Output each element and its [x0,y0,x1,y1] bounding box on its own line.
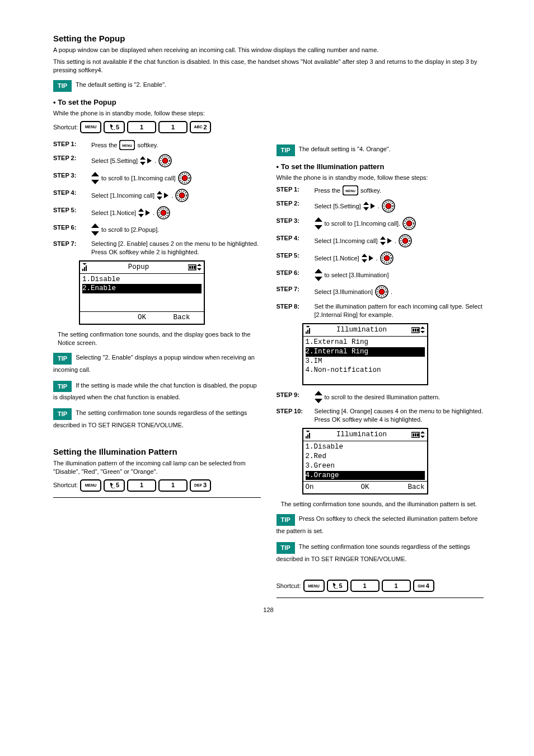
list-item[interactable]: 1.Disable [306,442,425,452]
illum-intro: The illumination pattern of the incoming… [53,459,261,476]
updown-icon [315,269,322,281]
updown-icon [91,223,99,236]
back-button[interactable]: Back [385,483,425,492]
illum-step-9: STEP 9: to scroll to the desired Illumin… [277,391,484,403]
tip-badge: TIP [53,80,72,92]
enter-icon [399,234,412,248]
list-item[interactable]: 2.Enable [82,284,202,293]
updown-play-icon [138,208,151,217]
updown-play-icon [362,254,374,263]
menu-key-icon: MENU [80,121,101,133]
popup-step-6: STEP 6: to scroll to [2.Popup]. [53,223,261,236]
right-column: TIP The default setting is "4. Orange". … [277,139,484,598]
illum-steps-intro: While the phone is in standby mode, foll… [277,174,484,182]
battery-icon [411,431,420,438]
tip-badge: TIP [53,353,72,365]
on-button[interactable]: On [306,483,345,492]
illum-confirm: The setting confirmation tone sounds, an… [281,500,484,508]
menu-key-icon [343,185,358,195]
popup-intro-1: A popup window can be displayed when rec… [53,46,484,54]
shortcut-label: Shortcut: [277,582,301,590]
ok-button[interactable]: OK [345,483,385,492]
key-ghi4-icon: GHI4 [413,580,434,592]
key-1b-icon: 1 [382,580,411,592]
list-item[interactable]: 2.Internal Ring [306,347,425,357]
enter-icon [380,251,394,265]
tip-default-illum: The default setting is "4. Orange". [298,146,390,152]
illum-subtitle: • To set the Illumination pattern [277,162,484,172]
popup-step-7: STEP 7: Selecting [2. Enable] causes 2 o… [53,240,261,256]
shortcut-label: Shortcut: [53,123,78,132]
enter-icon [375,285,388,298]
popup-step-2: STEP 2: Select [5.Setting] . [53,154,261,167]
key-1b-icon: 1 [158,479,188,492]
updown-play-icon [140,156,152,165]
key-1b-icon: 1 [158,121,188,133]
list-item[interactable]: 3.Green [306,461,425,471]
popup-title: Setting the Popup [53,33,484,44]
updown-icon [315,217,322,230]
key-1a-icon: 1 [127,479,156,492]
illum-step-2: STEP 2: Select [5.Setting] . [277,199,484,213]
updown-play-icon [380,236,392,245]
illum-step-5: STEP 5: Select [1.Notice] . [277,251,484,265]
tip-badge: TIP [53,381,72,393]
updown-tiny-icon [197,264,202,270]
illum-step-1: STEP 1: Press the softkey. [277,185,484,195]
illum-step-4: STEP 4: Select [1.Incoming call] . [277,234,484,248]
list-item[interactable]: 2.Red [306,452,425,461]
enter-icon [382,199,395,213]
tip-default-popup: The default setting is "2. Enable". [76,81,166,88]
updown-icon [91,172,99,184]
signal-icon [82,263,89,271]
signal-icon [306,326,312,334]
updown-icon [315,391,322,403]
enter-icon [178,171,191,185]
key-5-icon: 5 [104,479,125,492]
shortcut-label: Shortcut: [53,481,78,489]
list-item[interactable]: 4.Non-notification [306,366,425,375]
key-abc2-icon: ABC2 [190,121,211,133]
battery-icon [188,264,197,271]
illum-screen-2: Illumination 1.Disable 2.Red 3.Green 4.O… [302,428,428,494]
illum-title: Setting the Illumination Pattern [53,446,261,458]
tip-badge: TIP [277,542,295,554]
tip-tone: The setting confirmation tone sounds reg… [53,410,247,429]
tip-badge: TIP [277,144,295,156]
back-button[interactable]: Back [162,313,202,323]
battery-icon [411,326,420,334]
list-item[interactable]: 1.External Ring [306,338,425,347]
key-def3-icon: DEF3 [190,479,211,492]
key-5-icon: 5 [104,121,125,133]
list-item[interactable]: 4.Orange [306,471,425,480]
popup-shortcut: Shortcut: MENU 5 1 1 ABC2 [53,121,484,133]
tip-tone-2: The setting confirmation tone sounds reg… [277,543,470,562]
menu-key-icon: MENU [80,479,101,492]
enter-icon [158,154,172,167]
tip-enable: Selecting "2. Enable" displays a popup w… [53,354,255,373]
signal-icon [306,431,312,438]
popup-step-4: STEP 4: Select [1.Incoming call] . [53,189,261,202]
ok-button[interactable]: OK [122,313,162,323]
illum-step-8: STEP 8: Set the illumination pattern for… [277,302,484,319]
popup-confirm: The setting confirmation tone sounds, an… [58,330,261,347]
menu-key-icon: MENU [303,580,325,592]
illum-shortcut: Shortcut: MENU 5 1 1 DEF3 [53,479,261,492]
updown-tiny-icon [420,431,425,438]
popup-screen: Popup 1.Disable 2.Enable OK Back [79,260,205,325]
key-1a-icon: 1 [127,121,156,133]
key-5-icon: 5 [327,580,348,592]
illum-shortcut-2: Shortcut: MENU 5 1 1 GHI4 [277,580,484,592]
popup-steps-intro: While the phone is in standby mode, foll… [53,109,484,118]
illum-step-7: STEP 7: Select [3.Illumination] . [277,285,484,298]
list-item[interactable]: 3.IM [306,357,425,366]
updown-play-icon [157,191,169,200]
popup-step-1: STEP 1: Press the softkey. [53,140,261,150]
tip-chat: If the setting is made while the chat fu… [53,382,257,401]
list-item[interactable]: 1.Disable [82,275,202,284]
updown-tiny-icon [420,326,425,333]
illum-step-6: STEP 6: to select [3.Illumination] [277,269,484,281]
updown-play-icon [363,202,376,211]
tip-on: Press On softkey to check the selected i… [277,515,478,534]
tip-badge: TIP [53,408,72,420]
